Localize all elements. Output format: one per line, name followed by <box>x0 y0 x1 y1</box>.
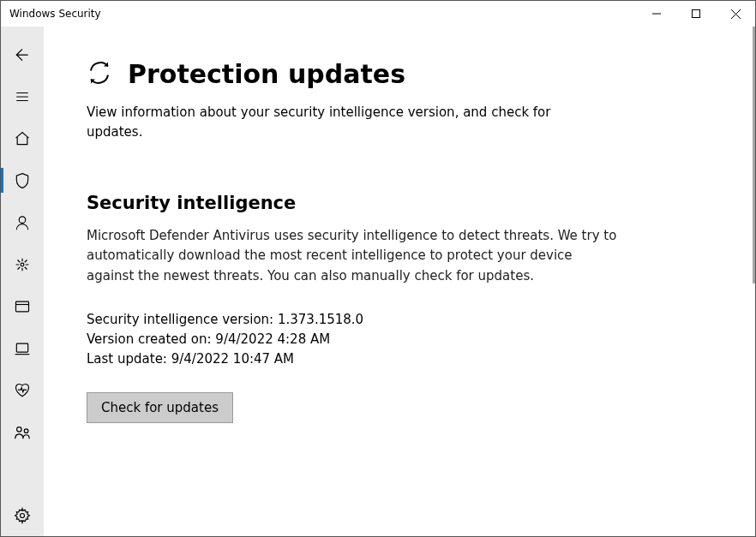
svg-rect-4 <box>16 343 27 352</box>
maximize-button[interactable] <box>676 1 716 27</box>
menu-button[interactable] <box>1 75 44 117</box>
sidebar-item-virus-protection[interactable] <box>1 159 44 201</box>
last-update-line: Last update: 9/4/2022 10:47 AM <box>87 349 721 369</box>
titlebar: Windows Security <box>1 1 755 27</box>
check-updates-button[interactable]: Check for updates <box>87 392 233 423</box>
settings-icon <box>14 507 31 524</box>
sidebar-item-app-browser[interactable] <box>1 285 44 327</box>
shield-icon <box>14 172 31 189</box>
main-content: Protection updates View information abou… <box>44 27 755 536</box>
menu-icon <box>15 89 30 104</box>
family-icon <box>13 423 32 442</box>
version-info-block: Security intelligence version: 1.373.151… <box>87 310 721 370</box>
created-label: Version created on: <box>87 331 212 347</box>
svg-point-6 <box>24 428 28 433</box>
sidebar-item-firewall[interactable] <box>1 243 44 285</box>
last-update-label: Last update: <box>87 351 167 367</box>
page-subtitle: View information about your security int… <box>87 103 609 141</box>
version-line: Security intelligence version: 1.373.151… <box>87 310 721 330</box>
back-button[interactable] <box>1 33 44 75</box>
svg-point-5 <box>17 427 21 432</box>
close-button[interactable] <box>716 1 755 27</box>
scrollbar-track[interactable] <box>753 27 755 536</box>
account-icon <box>14 214 31 231</box>
section-body: Microsoft Defender Antivirus uses securi… <box>87 226 618 286</box>
page-title: Protection updates <box>128 59 405 89</box>
sidebar-item-device-security[interactable] <box>1 327 44 369</box>
minimize-button[interactable] <box>637 1 676 27</box>
created-line: Version created on: 9/4/2022 4:28 AM <box>87 330 721 349</box>
sidebar-item-health[interactable] <box>1 369 44 411</box>
sidebar <box>1 27 44 536</box>
device-security-icon <box>14 340 31 357</box>
home-icon <box>14 130 31 147</box>
health-icon <box>14 382 31 399</box>
created-value: 9/4/2022 4:28 AM <box>215 331 330 347</box>
svg-point-1 <box>19 216 26 222</box>
sidebar-item-account[interactable] <box>1 201 44 243</box>
version-label: Security intelligence version: <box>87 312 273 327</box>
sidebar-item-settings[interactable] <box>1 494 44 536</box>
last-update-value: 9/4/2022 10:47 AM <box>171 351 294 367</box>
svg-point-7 <box>21 513 25 517</box>
section-heading: Security intelligence <box>87 193 721 213</box>
scrollbar-thumb[interactable] <box>753 27 755 283</box>
refresh-icon <box>87 60 112 88</box>
sidebar-item-home[interactable] <box>1 117 44 159</box>
svg-rect-3 <box>16 301 29 312</box>
window-title: Windows Security <box>9 8 101 20</box>
svg-point-2 <box>21 263 24 266</box>
version-value: 1.373.1518.0 <box>278 312 363 327</box>
svg-rect-0 <box>693 10 700 18</box>
back-icon <box>14 46 31 63</box>
app-browser-icon <box>14 298 31 315</box>
firewall-icon <box>13 255 32 274</box>
window-controls <box>637 1 755 27</box>
sidebar-item-family[interactable] <box>1 411 44 453</box>
